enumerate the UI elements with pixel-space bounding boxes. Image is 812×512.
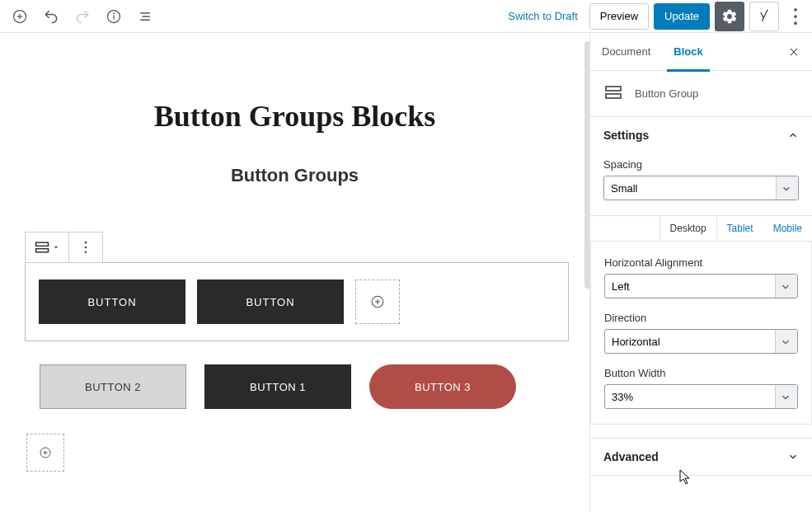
advanced-panel: Advanced <box>590 439 812 476</box>
chevron-down-icon <box>787 451 799 463</box>
halign-label: Horizontal Alignment <box>604 256 798 269</box>
update-button[interactable]: Update <box>654 3 710 30</box>
switch-to-draft-link[interactable]: Switch to Draft <box>508 10 578 22</box>
add-block-placeholder[interactable] <box>26 434 64 472</box>
spacing-label: Spacing <box>603 158 799 171</box>
redo-button <box>68 2 97 31</box>
svg-rect-25 <box>606 87 621 91</box>
button-item[interactable]: BUTTON 1 <box>204 364 351 409</box>
page-title[interactable]: Button Groups Blocks <box>25 99 565 134</box>
chevron-up-icon <box>787 129 799 141</box>
block-toolbar <box>25 232 103 263</box>
tab-block[interactable]: Block <box>662 33 714 71</box>
settings-panel: Settings Spacing Small Desktop Tablet Mo… <box>590 117 812 439</box>
settings-sidebar: Document Block Button Group Settings Spa… <box>589 33 812 512</box>
svg-point-11 <box>794 21 797 25</box>
tab-mobile[interactable]: Mobile <box>763 216 812 241</box>
halign-select[interactable]: Left <box>604 274 798 298</box>
undo-button[interactable] <box>36 2 66 31</box>
block-more-options[interactable] <box>69 233 102 262</box>
svg-rect-12 <box>36 242 49 246</box>
button-group-block[interactable]: BUTTON BUTTON <box>25 262 569 341</box>
bwidth-label: Button Width <box>604 367 798 379</box>
svg-rect-13 <box>36 249 49 252</box>
settings-toggle-button[interactable] <box>715 2 744 31</box>
svg-point-5 <box>114 12 115 13</box>
advanced-panel-toggle[interactable]: Advanced <box>590 439 812 475</box>
responsive-tabs: Desktop Tablet Mobile <box>590 215 812 242</box>
more-options-button[interactable] <box>784 2 807 31</box>
tab-desktop[interactable]: Desktop <box>659 216 717 241</box>
info-button[interactable] <box>99 2 129 31</box>
outline-button[interactable] <box>130 2 160 31</box>
button-group-icon <box>603 82 623 105</box>
bwidth-select[interactable]: 33% <box>604 384 798 409</box>
direction-label: Direction <box>604 312 798 324</box>
block-type-icon[interactable] <box>26 233 69 262</box>
add-block-button[interactable] <box>5 2 35 31</box>
direction-select[interactable]: Horizontal <box>604 329 798 354</box>
close-sidebar-button[interactable] <box>782 40 805 63</box>
spacing-select[interactable]: Small <box>603 176 799 200</box>
svg-point-10 <box>794 15 797 18</box>
section-heading[interactable]: Button Groups <box>25 165 565 186</box>
canvas-scrollbar[interactable] <box>584 41 589 289</box>
block-name-label: Button Group <box>635 87 698 100</box>
preview-button[interactable]: Preview <box>589 3 649 30</box>
button-item[interactable]: BUTTON 2 <box>40 364 186 409</box>
svg-point-16 <box>85 251 87 254</box>
svg-point-14 <box>85 242 87 244</box>
yoast-seo-button[interactable] <box>749 2 779 31</box>
tab-tablet[interactable]: Tablet <box>717 216 763 241</box>
top-toolbar: Switch to Draft Preview Update <box>0 0 812 33</box>
sidebar-tabs: Document Block <box>590 33 812 71</box>
svg-point-15 <box>85 247 87 249</box>
button-item[interactable]: BUTTON <box>39 279 185 324</box>
button-item[interactable]: BUTTON 3 <box>369 364 516 409</box>
block-card: Button Group <box>590 71 812 117</box>
tab-document[interactable]: Document <box>590 33 662 71</box>
svg-point-9 <box>794 7 797 11</box>
settings-panel-toggle[interactable]: Settings <box>590 117 812 153</box>
button-row: BUTTON 2 BUTTON 1 BUTTON 3 <box>25 364 565 409</box>
svg-rect-26 <box>606 94 621 98</box>
responsive-settings-box: Horizontal Alignment Left Direction Hori… <box>590 242 812 425</box>
add-button-placeholder[interactable] <box>355 279 400 324</box>
button-item[interactable]: BUTTON <box>197 279 344 324</box>
